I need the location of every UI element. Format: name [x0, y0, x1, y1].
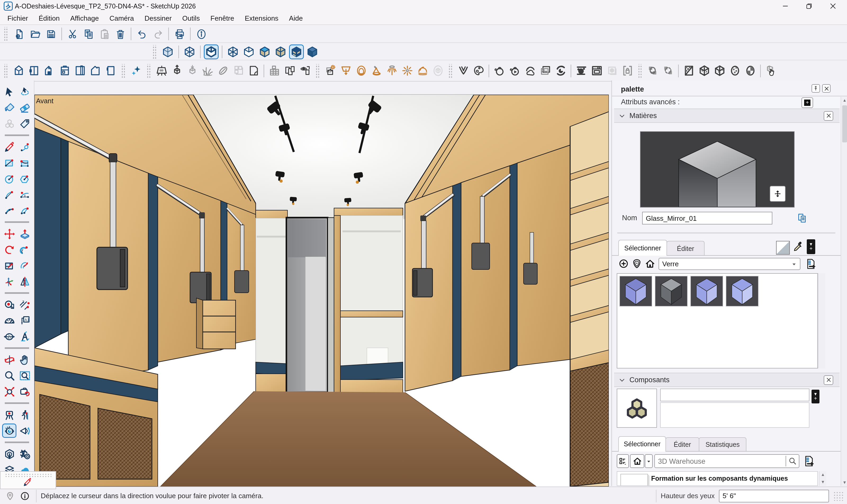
ext-cubechk2-button[interactable]	[712, 63, 727, 78]
palette-close-icon[interactable]	[822, 84, 831, 93]
ext-vpalette-button[interactable]	[471, 63, 486, 78]
components-results[interactable]: Formation sur les composants dynamiques	[617, 471, 818, 486]
standard-undo-button[interactable]	[134, 26, 149, 41]
ext-batch-button[interactable]	[605, 63, 619, 78]
tool-offset-button[interactable]	[17, 258, 32, 273]
home-icon[interactable]	[630, 454, 644, 468]
standard-trash-button[interactable]	[113, 26, 128, 41]
tool-poscam-button[interactable]	[2, 408, 16, 422]
menu-dessiner[interactable]: Dessiner	[139, 13, 177, 23]
credits-icon[interactable]	[20, 491, 30, 501]
tool-freehand-button[interactable]	[17, 140, 32, 154]
tool-pan-button[interactable]	[17, 353, 32, 367]
standard-paste-button[interactable]	[97, 26, 112, 41]
standard-save-button[interactable]	[43, 26, 58, 41]
tool-recttool-button[interactable]	[2, 156, 16, 170]
geolocation-icon[interactable]	[5, 491, 15, 501]
components-tab-edit[interactable]: Éditer	[665, 437, 699, 452]
home-dropdown-caret[interactable]	[645, 454, 653, 468]
standard-open-button[interactable]	[28, 26, 42, 41]
style-cshad-button[interactable]	[257, 44, 272, 59]
toolbar-grip[interactable]	[638, 64, 642, 77]
materials-close-icon[interactable]	[824, 111, 833, 121]
menu-outils[interactable]: Outils	[177, 13, 205, 23]
search-icon[interactable]	[786, 457, 799, 465]
results-scrollbar[interactable]: ▲ ▼	[819, 471, 826, 486]
tool-paint-button[interactable]	[2, 101, 16, 115]
standard-info-button[interactable]	[194, 26, 209, 41]
tool-fov-button[interactable]	[17, 424, 32, 438]
ext-spotlight-button[interactable]	[369, 63, 384, 78]
ext-easel-button[interactable]	[154, 63, 169, 78]
components-section-header[interactable]: Composants	[614, 373, 840, 387]
toolbar-grip[interactable]	[4, 64, 8, 77]
tool-rotrect-button[interactable]	[17, 156, 32, 170]
palette-grip[interactable]	[5, 473, 51, 477]
ext-spherelight-button[interactable]	[354, 63, 368, 78]
preview-zoom-button[interactable]	[770, 186, 786, 202]
tool-sectlabel-button[interactable]: CA-5	[2, 329, 16, 344]
ext-panels-button[interactable]	[282, 63, 297, 78]
add-collection-icon[interactable]	[618, 258, 629, 269]
materials-details-button[interactable]: ▼+	[807, 239, 815, 254]
ext-lockbr-button[interactable]	[620, 63, 635, 78]
drawing-area[interactable]: Avant	[34, 94, 609, 487]
tool-protractor-button[interactable]	[2, 313, 16, 328]
components-search-input[interactable]	[655, 457, 786, 465]
ext-omnilight-button[interactable]	[400, 63, 415, 78]
style-cwire-button[interactable]	[226, 44, 240, 59]
ext-eyepanel-button[interactable]	[298, 63, 312, 78]
scroll-down-icon[interactable]: ▼	[819, 479, 826, 485]
ext-gridpanel-button[interactable]	[267, 63, 282, 78]
tool-flip-button[interactable]	[17, 274, 32, 289]
ext-sunhouse-button[interactable]	[323, 63, 338, 78]
restore-button[interactable]	[801, 1, 817, 12]
ext-sparkle-button[interactable]	[129, 63, 143, 78]
tool-orbit-button[interactable]	[2, 353, 16, 367]
tool-arc1-button[interactable]	[2, 187, 16, 202]
ext-spherechk-button[interactable]	[645, 63, 660, 78]
tool-components-button[interactable]	[2, 116, 16, 131]
style-cxray-button[interactable]	[160, 44, 175, 59]
ext-meshlight-button[interactable]	[430, 63, 445, 78]
style-chid-button[interactable]	[241, 44, 256, 59]
swatch-scrollbar[interactable]	[818, 273, 825, 368]
material-swatch-1[interactable]	[619, 276, 652, 307]
materials-tab-edit[interactable]: Éditer	[666, 241, 705, 256]
ext-ieslight-button[interactable]	[384, 63, 399, 78]
view-options-icon[interactable]	[617, 454, 629, 468]
tool-tag-button[interactable]	[17, 116, 32, 131]
texture-library-icon[interactable]	[632, 258, 642, 269]
ext-update-button[interactable]	[553, 63, 568, 78]
tool-lookaround-button[interactable]	[2, 424, 16, 438]
menu-aide[interactable]: Aide	[284, 13, 308, 23]
close-button[interactable]	[825, 1, 841, 12]
materials-tab-select[interactable]: Sélectionner	[618, 240, 667, 256]
tool-prevview-button[interactable]	[17, 384, 32, 399]
material-swatch-2[interactable]	[655, 276, 688, 307]
ext-spherechk3-button[interactable]	[743, 63, 758, 78]
panel-scrollbar[interactable]: ▲ ▼	[841, 97, 847, 486]
standard-copy-button[interactable]	[81, 26, 96, 41]
tool-scale-button[interactable]	[2, 258, 16, 273]
ext-v3-button[interactable]	[42, 63, 57, 78]
ext-cubedown-button[interactable]	[185, 63, 200, 78]
result-title[interactable]: Formation sur les composants dynamiques	[651, 475, 788, 482]
advanced-attributes-add-button[interactable]: +	[801, 97, 813, 108]
ext-v2-button[interactable]	[26, 63, 41, 78]
component-thumbnail[interactable]	[617, 389, 657, 428]
tool-zoomext-button[interactable]	[2, 384, 16, 399]
ext-frames-button[interactable]	[231, 63, 246, 78]
toolbar-grip[interactable]	[316, 64, 320, 77]
toolbar-grip[interactable]	[4, 27, 8, 41]
menu-affichage[interactable]: Affichage	[65, 13, 104, 23]
pin-icon[interactable]	[812, 84, 820, 93]
collection-list-icon[interactable]	[805, 258, 817, 270]
materials-section-header[interactable]: Matières	[614, 109, 840, 123]
menu-fichier[interactable]: Fichier	[2, 13, 33, 23]
menu-extensions[interactable]: Extensions	[239, 13, 284, 23]
tool-texttool-button[interactable]: A1	[17, 313, 32, 328]
tool-zoomwin-button[interactable]	[17, 368, 32, 383]
toolbar-grip[interactable]	[152, 45, 157, 58]
ext-teapotcloud-button[interactable]	[522, 63, 537, 78]
